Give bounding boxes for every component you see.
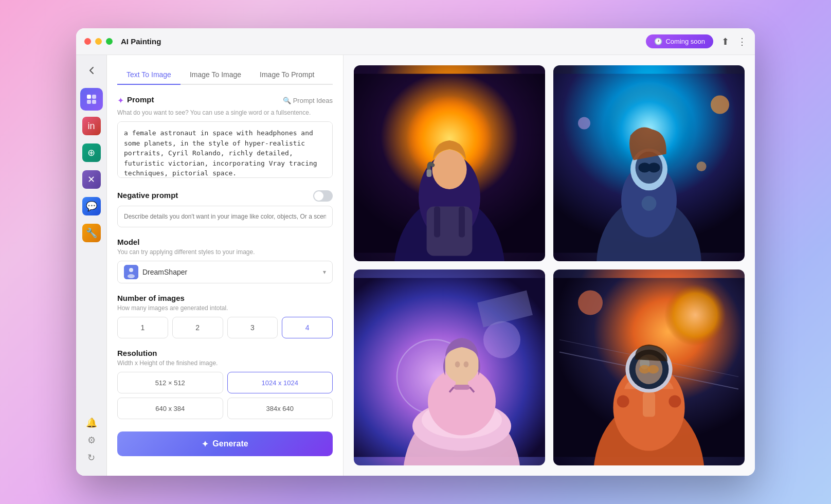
svg-rect-0 — [87, 95, 91, 99]
model-dropdown[interactable]: DreamShaper ▾ — [117, 261, 333, 283]
header-actions: ⬆ ⋮ — [721, 36, 747, 47]
sidebar-item-ai[interactable]: ⊕ — [80, 141, 103, 164]
chevron-down-icon: ▾ — [323, 268, 326, 276]
negative-prompt-title: Negative prompt — [117, 191, 178, 200]
svg-rect-41 — [454, 385, 469, 390]
svg-point-20 — [696, 161, 706, 171]
back-button[interactable] — [82, 61, 101, 80]
generated-image-2[interactable] — [553, 65, 745, 261]
svg-point-18 — [711, 96, 729, 114]
image-gallery — [344, 55, 755, 476]
num-images-title: Number of images — [117, 294, 333, 302]
generated-image-4[interactable] — [553, 269, 745, 465]
search-icon: 🔍 — [283, 97, 291, 104]
res-1024-button[interactable]: 1024 x 1024 — [227, 372, 333, 393]
prompt-title: Prompt — [127, 95, 154, 104]
res-640-button[interactable]: 640 x 384 — [117, 398, 223, 419]
prompt-ideas-link[interactable]: 🔍 Prompt Ideas — [283, 97, 333, 104]
prompt-header: ✦ Prompt 🔍 Prompt Ideas — [117, 95, 333, 106]
generate-icon: ✦ — [202, 439, 208, 449]
svg-point-43 — [664, 284, 726, 346]
model-desc: You can try applying different styles to… — [117, 248, 333, 256]
settings-icon[interactable]: ⚙ — [87, 435, 96, 446]
left-panel: Text To Image Image To Image Image To Pr… — [107, 55, 344, 476]
svg-rect-13 — [427, 207, 473, 256]
sidebar-item-tools[interactable]: 🔧 — [80, 222, 103, 244]
model-title: Model — [117, 238, 333, 246]
generated-image-1[interactable] — [354, 65, 545, 261]
share-icon[interactable]: ⬆ — [721, 36, 729, 47]
model-name: DreamShaper — [142, 268, 319, 276]
num-images-section: Number of images How many images are gen… — [117, 294, 333, 338]
close-button[interactable] — [84, 38, 91, 45]
num-1-button[interactable]: 1 — [117, 317, 168, 338]
svg-point-19 — [578, 117, 590, 130]
generate-label: Generate — [212, 439, 248, 448]
svg-point-5 — [129, 268, 133, 272]
sidebar-item-grid[interactable] — [80, 88, 103, 111]
num-images-buttons: 1 2 3 4 — [117, 317, 333, 338]
clock-icon: 🕐 — [654, 38, 662, 45]
svg-rect-1 — [92, 95, 96, 99]
main-layout: in ⊕ ✕ 💬 🔧 🔔 ⚙ ↻ — [76, 55, 755, 476]
more-icon[interactable]: ⋮ — [737, 36, 747, 47]
svg-point-54 — [648, 365, 659, 374]
num-3-button[interactable]: 3 — [227, 317, 278, 338]
generate-button[interactable]: ✦ Generate — [117, 431, 333, 456]
sidebar-item-social[interactable]: in — [80, 115, 103, 137]
negative-prompt-input[interactable] — [117, 206, 333, 227]
model-avatar — [124, 265, 138, 279]
sidebar-item-network[interactable]: ✕ — [80, 168, 103, 191]
tab-text-to-image[interactable]: Text To Image — [117, 65, 180, 85]
svg-point-40 — [464, 362, 469, 368]
svg-rect-12 — [427, 170, 432, 177]
negative-prompt-header: Negative prompt — [117, 190, 333, 202]
app-window: AI Painting 🕐 Coming soon ⬆ ⋮ — [76, 28, 755, 476]
generated-image-3[interactable] — [354, 269, 545, 465]
svg-rect-14 — [434, 207, 440, 238]
resolution-title: Resolution — [117, 349, 333, 357]
coming-soon-button[interactable]: 🕐 Coming soon — [646, 34, 713, 48]
notifications-icon[interactable]: 🔔 — [86, 417, 97, 428]
tab-image-to-prompt[interactable]: Image To Prompt — [250, 65, 323, 85]
sidebar-bottom: 🔔 ⚙ ↻ — [86, 417, 97, 470]
svg-point-39 — [455, 362, 460, 368]
resolution-desc: Width x Height of the finished image. — [117, 359, 333, 367]
coming-soon-label: Coming soon — [665, 38, 705, 45]
prompt-input[interactable] — [117, 121, 333, 178]
sidebar: in ⊕ ✕ 💬 🔧 🔔 ⚙ ↻ — [76, 55, 107, 476]
window-title: AI Painting — [121, 37, 646, 46]
minimize-button[interactable] — [95, 38, 102, 45]
svg-rect-2 — [87, 100, 91, 104]
svg-point-6 — [128, 274, 135, 278]
maximize-button[interactable] — [106, 38, 113, 45]
negative-prompt-toggle[interactable] — [313, 190, 333, 202]
svg-rect-15 — [459, 207, 465, 238]
titlebar: AI Painting 🕐 Coming soon ⬆ ⋮ — [76, 28, 755, 55]
svg-rect-27 — [649, 165, 652, 167]
negative-prompt-section: Negative prompt — [117, 190, 333, 227]
resolution-section: Resolution Width x Height of the finishe… — [117, 349, 333, 419]
refresh-icon[interactable]: ↻ — [87, 452, 95, 463]
num-2-button[interactable]: 2 — [172, 317, 223, 338]
prompt-ideas-label: Prompt Ideas — [293, 97, 333, 104]
traffic-lights — [84, 38, 113, 45]
tab-image-to-image[interactable]: Image To Image — [180, 65, 250, 85]
model-section: Model You can try applying different sty… — [117, 238, 333, 283]
svg-point-28 — [642, 196, 657, 211]
svg-point-44 — [578, 291, 603, 315]
res-512-button[interactable]: 512 × 512 — [117, 372, 223, 393]
resolution-grid: 512 × 512 1024 x 1024 640 x 384 384x 640 — [117, 372, 333, 419]
svg-rect-57 — [643, 392, 655, 417]
svg-point-32 — [483, 321, 520, 358]
tabs: Text To Image Image To Image Image To Pr… — [117, 65, 333, 85]
svg-point-56 — [669, 395, 681, 408]
prompt-subtitle: What do you want to see? You can use a s… — [117, 109, 333, 116]
num-4-button[interactable]: 4 — [282, 317, 333, 338]
res-384-button[interactable]: 384x 640 — [227, 398, 333, 419]
svg-rect-3 — [92, 100, 96, 104]
prompt-star-icon: ✦ — [117, 96, 124, 105]
num-images-desc: How many images are generated intotal. — [117, 304, 333, 312]
sidebar-item-chat[interactable]: 💬 — [80, 195, 103, 218]
svg-point-26 — [648, 163, 660, 172]
